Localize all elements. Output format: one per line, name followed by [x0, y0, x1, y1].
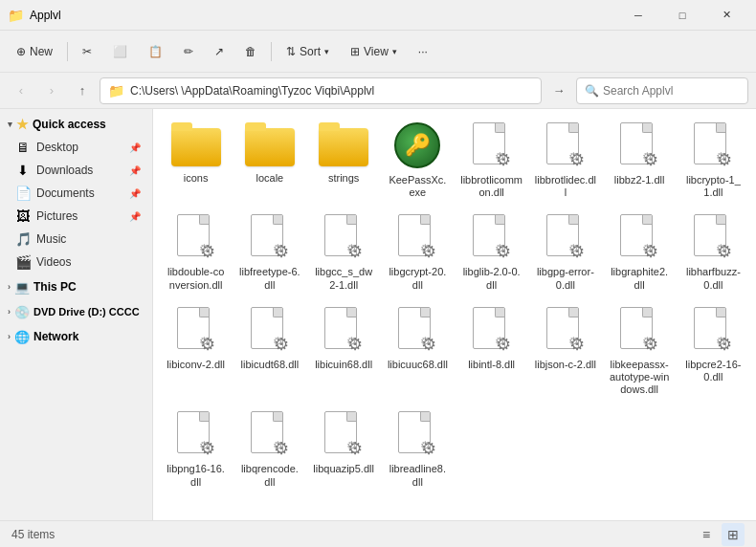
toolbar-separator — [67, 42, 68, 61]
file-item[interactable]: ⚙ ⚙ libgpg-error-0.dll — [530, 208, 600, 296]
file-name: icons — [184, 172, 209, 185]
forward-button[interactable]: › — [38, 77, 65, 104]
minimize-button[interactable]: ─ — [616, 0, 660, 31]
this-pc-header[interactable]: › 💻 This PC — [0, 275, 152, 298]
search-input[interactable] — [603, 84, 740, 98]
file-item[interactable]: ⚙ ⚙ libquazip5.dll — [309, 405, 379, 493]
file-item[interactable]: ⚙ ⚙ libicuuc68.dll — [383, 301, 453, 403]
folder-icon — [319, 122, 368, 166]
file-item[interactable]: ⚙ ⚙ libdouble-conversion.dll — [161, 208, 231, 296]
status-bar: 45 items ≡ ⊞ — [0, 520, 756, 547]
file-item[interactable]: strings — [309, 117, 379, 205]
grid-view-button[interactable]: ⊞ — [722, 523, 745, 546]
dll-icon: ⚙ ⚙ — [473, 214, 511, 260]
computer-icon: 💻 — [14, 280, 30, 295]
sort-chevron-icon: ▾ — [324, 47, 329, 56]
file-area: icons locale strings 🔑KeePassXc.exe ⚙ ⚙ … — [153, 109, 756, 520]
star-icon: ★ — [16, 117, 29, 132]
back-button[interactable]: ‹ — [8, 77, 34, 104]
dll-icon: ⚙ ⚙ — [398, 411, 436, 457]
sort-icon: ⇅ — [286, 45, 296, 58]
sidebar-item-desktop[interactable]: 🖥 Desktop 📌 — [4, 136, 148, 159]
dll-icon: ⚙ ⚙ — [546, 307, 585, 353]
file-item[interactable]: ⚙ ⚙ libgcrypt-20.dll — [383, 208, 453, 296]
delete-button[interactable]: 🗑 — [236, 36, 265, 67]
rename-icon: ✏ — [184, 45, 193, 58]
paste-button[interactable]: 📋 — [140, 36, 171, 67]
sidebar-item-downloads[interactable]: ⬇ Downloads 📌 — [4, 159, 148, 182]
file-item[interactable]: ⚙ ⚙ libcrypto-1_1.dll — [678, 117, 748, 205]
network-chevron-icon: › — [8, 332, 11, 341]
quick-access-section: ▾ ★ Quick access 🖥 Desktop 📌 ⬇ Downloads… — [0, 113, 152, 274]
cut-button[interactable]: ✂ — [74, 36, 100, 67]
sidebar-item-videos[interactable]: 🎬 Videos — [4, 251, 148, 274]
file-name: libjson-c-2.dll — [535, 359, 596, 371]
file-item[interactable]: ⚙ ⚙ libjson-c-2.dll — [530, 301, 600, 403]
file-item[interactable]: ⚙ ⚙ libreadline8.dll — [383, 405, 453, 493]
rename-button[interactable]: ✏ — [175, 36, 202, 67]
this-pc-section: › 💻 This PC — [0, 275, 152, 298]
file-name: libglib-2.0-0.dll — [460, 266, 523, 291]
search-icon: 🔍 — [585, 84, 599, 98]
file-item[interactable]: ⚙ ⚙ libbrotlidec.dll — [530, 117, 600, 205]
dvd-header[interactable]: › 💿 DVD Drive (D:) CCCC — [0, 300, 152, 323]
file-name: libicuuc68.dll — [388, 359, 448, 371]
file-item[interactable]: ⚙ ⚙ libgraphite2.dll — [605, 208, 675, 296]
more-button[interactable]: ··· — [410, 36, 436, 67]
file-name: libgraphite2.dll — [609, 266, 671, 291]
file-item[interactable]: ⚙ ⚙ libqrencode.dll — [234, 405, 304, 493]
file-item[interactable]: ⚙ ⚙ libicudt68.dll — [234, 301, 304, 403]
file-item[interactable]: ⚙ ⚙ libpcre2-16-0.dll — [678, 301, 748, 403]
file-item[interactable]: ⚙ ⚙ libiconv-2.dll — [161, 301, 231, 403]
refresh-button[interactable]: → — [545, 77, 572, 104]
exe-icon: 🔑 — [394, 122, 440, 168]
network-icon: 🌐 — [14, 330, 30, 344]
file-item[interactable]: ⚙ ⚙ libgcc_s_dw2-1.dll — [309, 208, 379, 296]
address-text: C:\Users\ \AppData\Roaming\Tyzoc Viqbi\A… — [130, 84, 374, 98]
file-grid: icons locale strings 🔑KeePassXc.exe ⚙ ⚙ … — [161, 117, 748, 494]
toolbar-separator-2 — [271, 42, 272, 61]
downloads-icon: ⬇ — [15, 163, 31, 178]
copy-button[interactable]: ⬜ — [104, 36, 136, 67]
share-button[interactable]: ↗ — [206, 36, 233, 67]
list-view-button[interactable]: ≡ — [695, 523, 718, 546]
network-header[interactable]: › 🌐 Network — [0, 325, 152, 348]
view-button[interactable]: ⊞ View ▾ — [342, 36, 406, 67]
dll-icon: ⚙ ⚙ — [694, 214, 732, 260]
address-input[interactable]: 📁 C:\Users\ \AppData\Roaming\Tyzoc Viqbi… — [100, 77, 542, 104]
file-name: libqrencode.dll — [238, 463, 300, 488]
sidebar-item-pictures[interactable]: 🖼 Pictures 📌 — [4, 205, 148, 228]
file-name: libfreetype-6.dll — [238, 266, 300, 291]
search-box[interactable]: 🔍 — [576, 77, 748, 104]
maximize-button[interactable]: □ — [660, 0, 704, 31]
file-item[interactable]: ⚙ ⚙ libglib-2.0-0.dll — [456, 208, 526, 296]
file-name: libkeepassx-autotype-windows.dll — [609, 359, 671, 397]
file-name: libbrotlidec.dll — [534, 174, 596, 199]
file-item[interactable]: ⚙ ⚙ libharfbuzz-0.dll — [678, 208, 748, 296]
sidebar-item-documents[interactable]: 📄 Documents 📌 — [4, 182, 148, 205]
file-name: libpcre2-16-0.dll — [682, 359, 745, 383]
file-item[interactable]: ⚙ ⚙ libintl-8.dll — [456, 301, 526, 403]
share-icon: ↗ — [214, 45, 224, 58]
sidebar-item-music[interactable]: 🎵 Music — [4, 228, 148, 251]
file-name: libharfbuzz-0.dll — [682, 266, 745, 291]
file-item[interactable]: icons — [161, 117, 231, 205]
sidebar: ▾ ★ Quick access 🖥 Desktop 📌 ⬇ Downloads… — [0, 109, 153, 520]
dll-icon: ⚙ ⚙ — [177, 411, 215, 457]
close-button[interactable]: ✕ — [704, 0, 748, 31]
dll-icon: ⚙ ⚙ — [398, 307, 436, 353]
file-item[interactable]: ⚙ ⚙ libbrotlicommon.dll — [456, 117, 526, 205]
file-item[interactable]: 🔑KeePassXc.exe — [383, 117, 453, 205]
file-item[interactable]: ⚙ ⚙ libfreetype-6.dll — [234, 208, 304, 296]
file-name: libcrypto-1_1.dll — [682, 174, 745, 199]
new-button[interactable]: ⊕ New — [8, 36, 61, 67]
up-button[interactable]: ↑ — [69, 77, 96, 104]
sort-button[interactable]: ⇅ Sort ▾ — [278, 36, 338, 67]
file-item[interactable]: locale — [234, 117, 304, 205]
file-item[interactable]: ⚙ ⚙ libkeepassx-autotype-windows.dll — [605, 301, 675, 403]
file-item[interactable]: ⚙ ⚙ libbz2-1.dll — [605, 117, 675, 205]
this-pc-label: This PC — [33, 280, 77, 294]
file-item[interactable]: ⚙ ⚙ libpng16-16.dll — [161, 405, 231, 493]
file-item[interactable]: ⚙ ⚙ libicuin68.dll — [309, 301, 379, 403]
quick-access-header[interactable]: ▾ ★ Quick access — [0, 113, 152, 136]
